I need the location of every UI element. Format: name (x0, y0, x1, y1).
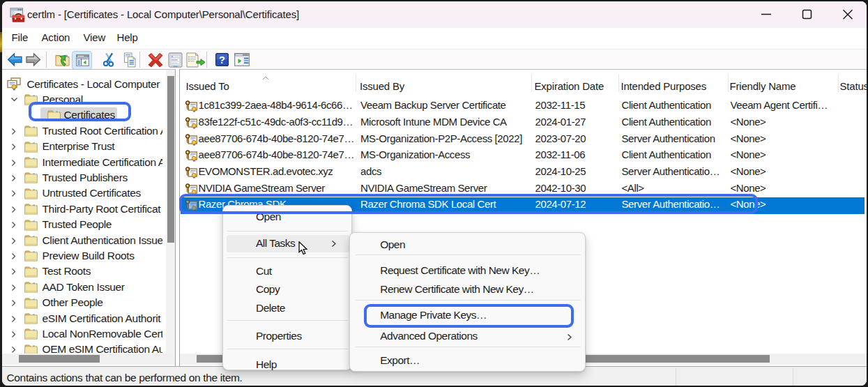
svg-text:?: ? (219, 54, 225, 66)
